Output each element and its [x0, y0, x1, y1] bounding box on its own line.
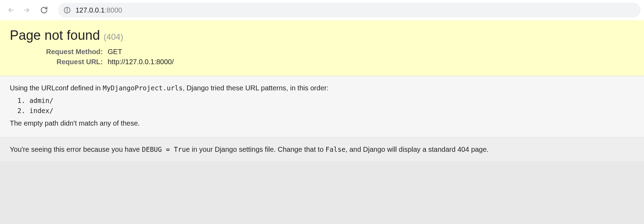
url-pattern-list: admin/ index/: [29, 96, 634, 115]
intro-prefix: Using the URLconf defined in: [10, 84, 103, 92]
debug-explanation: You're seeing this error because you hav…: [0, 137, 644, 161]
request-url-row: Request URL: http://127.0.0.1:8000/: [41, 58, 634, 66]
explanation-prefix: You're seeing this error because you hav…: [10, 145, 142, 153]
list-item: index/: [29, 106, 634, 116]
request-method-value: GET: [108, 48, 122, 56]
explanation-text: You're seeing this error because you hav…: [10, 144, 634, 154]
title-text: Page not found: [10, 28, 103, 43]
reload-button[interactable]: [37, 3, 51, 17]
request-url-value: http://127.0.0.1:8000/: [108, 58, 174, 66]
urlconf-intro: Using the URLconf defined in MyDjangoPro…: [10, 83, 634, 93]
request-meta: Request Method: GET Request URL: http://…: [41, 48, 634, 66]
address-bar[interactable]: 127.0.0.1:8000: [58, 3, 641, 17]
list-item: admin/: [29, 96, 634, 106]
status-code: (404): [103, 32, 123, 42]
request-method-row: Request Method: GET: [41, 48, 634, 56]
false-code: False: [325, 145, 345, 153]
back-button[interactable]: [3, 3, 17, 17]
debug-true-code: DEBUG = True: [142, 145, 190, 153]
urlconf-name: MyDjangoProject.urls: [103, 84, 183, 92]
url-host: 127.0.0.1: [76, 6, 105, 14]
url-display: 127.0.0.1:8000: [76, 6, 122, 14]
request-url-label: Request URL:: [41, 58, 108, 66]
site-info-icon[interactable]: [64, 7, 71, 14]
page-title: Page not found (404): [10, 28, 634, 43]
error-summary: Page not found (404) Request Method: GET…: [0, 20, 644, 76]
svg-point-4: [67, 8, 67, 9]
intro-suffix: , Django tried these URL patterns, in th…: [183, 84, 329, 92]
forward-button[interactable]: [20, 3, 34, 17]
explanation-middle: in your Django settings file. Change tha…: [190, 145, 325, 153]
url-port: :8000: [105, 6, 122, 14]
no-match-text: The empty path didn't match any of these…: [10, 118, 634, 128]
request-method-label: Request Method:: [41, 48, 108, 56]
browser-toolbar: 127.0.0.1:8000: [0, 0, 644, 20]
explanation-suffix: , and Django will display a standard 404…: [345, 145, 488, 153]
urlconf-info: Using the URLconf defined in MyDjangoPro…: [0, 76, 644, 137]
